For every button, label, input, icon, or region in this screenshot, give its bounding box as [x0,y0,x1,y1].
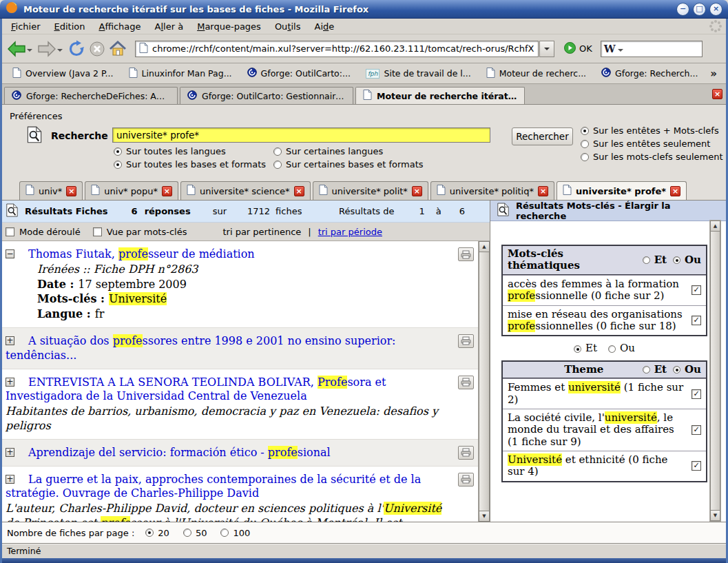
print-button[interactable] [458,446,474,460]
bookmark-item[interactable]: fphSite de travail de l... [360,66,477,81]
box-ou-radio[interactable]: Ou [673,254,701,266]
close-tab-button[interactable]: × [712,89,722,99]
result-title-link[interactable]: La guerre et la paix, approches contempo… [6,473,421,500]
keyword-checkbox[interactable]: ✓ [691,316,701,325]
menu-affichage[interactable]: Affichage [92,20,147,33]
menu-fichier[interactable]: Fichier [4,20,48,33]
go-label[interactable]: OK [579,43,592,54]
forward-dropdown-icon[interactable] [57,49,63,54]
bookmark-item[interactable]: Overview (Java 2 P... [7,65,119,82]
url-bar[interactable]: chrome://rchf/content/main.xul?server=ht… [135,41,539,57]
query-tab[interactable]: univ* popu*× [85,181,178,200]
url-text[interactable]: chrome://rchf/content/main.xul?server=ht… [152,43,534,54]
sort-period-link[interactable]: tri par période [318,227,382,237]
back-dropdown-icon[interactable] [27,49,32,54]
scroll-thumb[interactable] [479,252,490,511]
box-et-radio[interactable]: Et [643,254,667,266]
per-page-option[interactable]: 50 [183,528,207,538]
keyword-checkbox[interactable]: ✓ [691,461,701,471]
search-engine-icon[interactable]: W [604,43,616,55]
result-title-link[interactable]: A situação dos professores entre 1998 e … [6,334,395,362]
box-ou-radio[interactable]: Ou [673,364,701,376]
browser-tab[interactable]: Gforge: RechercheDeFiches: Adm... [4,87,178,104]
result-title-link[interactable]: Aprendizaje del servicio: formación étic… [28,446,331,459]
target-radio-option[interactable]: Sur les mots-clefs seulement [581,152,723,162]
collapse-icon[interactable]: − [6,249,14,258]
target-radio-option[interactable]: Sur les entêtes + Mots-clefs [581,125,723,136]
query-tab[interactable]: universite* profe*× [557,181,687,200]
result-title-link[interactable]: ENTREVISTA A LA SENORA TEOLINDA BOLIVAR,… [6,376,386,403]
connector-et-radio[interactable]: Et [574,342,597,354]
expand-icon[interactable]: + [6,448,14,457]
forward-button[interactable] [36,37,66,61]
browser-tab[interactable]: Moteur de recherche itératif ... [355,87,525,104]
query-tab[interactable]: univ*× [19,181,83,200]
url-dropdown-button[interactable] [539,41,554,57]
close-button[interactable]: × [709,3,722,16]
keyword-checkbox[interactable]: ✓ [691,425,701,435]
scroll-up-icon[interactable]: ▲ [710,221,720,232]
query-tab[interactable]: universite* politiq*× [430,181,554,200]
browser-tab[interactable]: Gforge: OutilCarto: Gestionnaire ... [180,87,353,104]
mode-deroule-checkbox[interactable] [6,227,14,236]
expand-icon[interactable]: + [6,378,14,387]
menu-marquepages[interactable]: Marque-pages [190,20,268,33]
maximize-button[interactable]: □ [693,3,706,16]
menu-aller[interactable]: Aller à [148,20,191,33]
keywords-scrollbar[interactable]: ▲ ▼ [709,220,721,522]
bookmark-item[interactable]: Moteur de recherc... [481,65,592,82]
expand-icon[interactable]: + [6,336,14,345]
box-et-radio[interactable]: Et [643,364,667,376]
bookmark-item[interactable]: Linuxinfor Man Pag... [123,65,238,82]
scroll-down-icon[interactable]: ▼ [479,511,490,522]
print-button[interactable] [458,247,474,261]
result-title-link[interactable]: Thomas Fiutak, professeur de médiation [28,247,255,260]
vue-mots-cles-checkbox[interactable] [93,227,102,236]
scope-radio-option[interactable]: Sur toutes les langues [114,146,273,156]
bookmark-item[interactable]: Gforge: Recherch... [596,65,703,81]
scroll-down-icon[interactable]: ▼ [710,510,720,521]
keyword-checkbox[interactable]: ✓ [691,389,701,399]
close-tab-icon[interactable]: × [294,186,304,196]
results-list: −Thomas Fiutak, professeur de médiationI… [0,241,478,522]
home-button[interactable] [107,37,128,61]
print-button[interactable] [458,376,474,389]
print-button[interactable] [458,473,474,487]
scroll-up-icon[interactable]: ▲ [479,241,490,252]
go-button[interactable]: OK [564,42,592,56]
back-button[interactable] [6,37,36,61]
bookmarks-overflow-button[interactable]: » [710,68,721,80]
close-tab-icon[interactable]: × [162,186,172,196]
reload-button[interactable] [66,37,87,61]
query-tab[interactable]: universite* polit*× [313,181,428,200]
close-tab-icon[interactable]: × [538,186,548,196]
bookmark-item[interactable]: Gforge: OutilCarto:... [242,65,356,81]
per-page-option[interactable]: 100 [220,528,250,538]
close-tab-icon[interactable]: × [670,186,680,196]
per-page-option[interactable]: 20 [145,528,169,538]
minimize-button[interactable]: − [676,3,689,16]
scroll-thumb[interactable] [710,232,720,510]
query-tab-label: univ* popu* [104,186,158,196]
close-tab-icon[interactable]: × [412,186,422,196]
target-radio-option[interactable]: Sur les entêtes seulement [581,139,723,149]
preferences-menu[interactable]: Préférences [10,111,62,121]
close-tab-icon[interactable]: × [66,186,76,196]
menu-edition[interactable]: Edition [48,20,92,33]
web-search-input[interactable]: W [601,41,703,57]
menu-aide[interactable]: Aide [307,20,341,33]
keyword-checkbox[interactable]: ✓ [691,285,701,295]
menu-outils[interactable]: Outils [268,20,308,33]
scope-radio-option[interactable]: Sur certaines langues [273,146,424,156]
results-scrollbar[interactable]: ▲ ▼ [478,241,490,522]
query-tab[interactable]: universite* science*× [180,181,311,200]
search-submit-button[interactable]: Rechercher [512,127,573,145]
connector-ou-radio[interactable]: Ou [608,342,635,354]
expand-icon[interactable]: + [6,475,14,484]
search-query-input[interactable] [112,127,490,143]
print-button[interactable] [458,334,474,348]
search-engine-dropdown-icon[interactable] [618,49,623,54]
scope-radio-option[interactable]: Sur toutes les bases et formats [114,159,273,170]
scope-radio-option[interactable]: Sur certaines bases et formats [273,159,424,170]
stop-button[interactable] [87,37,107,61]
